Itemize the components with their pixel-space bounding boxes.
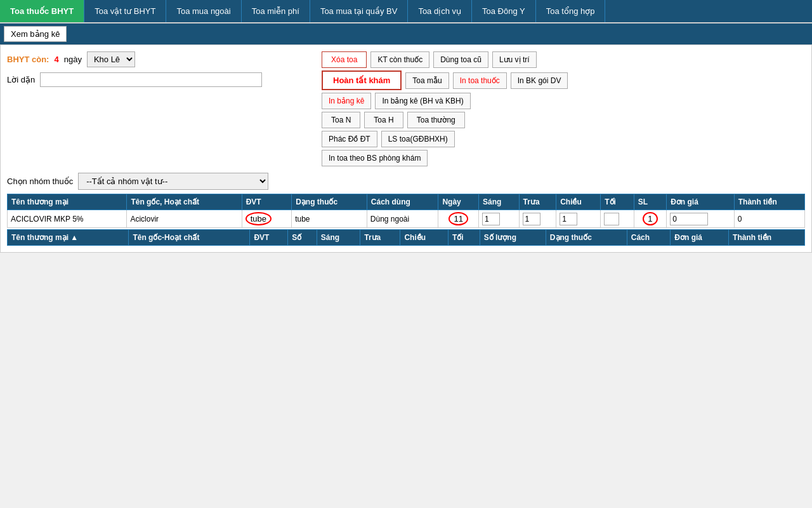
th2-sang: Sáng (317, 230, 360, 246)
tab-toa-tong-hop[interactable]: Toa tổng hợp (536, 0, 606, 22)
th-dvt: ĐVT (242, 194, 292, 210)
tab-toa-mua-ngoai[interactable]: Toa mua ngoài (166, 0, 241, 22)
th2-ten-thuong-mai: Tên thương mại ▲ (8, 230, 129, 246)
cell-don-gia[interactable] (667, 210, 735, 228)
bhyt-days: 4 (54, 55, 58, 64)
second-row: Xem bảng kê (0, 23, 812, 44)
chon-nhom-label: Chọn nhóm thuốc (7, 177, 73, 186)
th-sl: SL (634, 194, 666, 210)
tab-toa-mien-phi[interactable]: Toa miễn phí (242, 0, 310, 22)
luu-vi-tri-button[interactable]: Lưu vị trí (492, 51, 537, 68)
toa-mau-button[interactable]: Toa mẫu (405, 72, 449, 89)
loi-dan-label: Lời dặn (7, 75, 35, 84)
cell-ngay[interactable]: 11 (438, 210, 479, 228)
th-ten-goc: Tên gốc, Hoạt chất (127, 194, 242, 210)
th2-chieu: Chiều (400, 230, 449, 246)
th-toi: Tối (601, 194, 634, 210)
sang-input[interactable] (482, 213, 500, 225)
main-content: BHYT còn: 4 ngày Kho Lê Lời dặn Xóa toa … (0, 44, 812, 253)
th2-dvt: ĐVT (250, 230, 288, 246)
in-bang-ke-button[interactable]: In bảng kê (322, 93, 371, 109)
th-sang: Sáng (478, 194, 519, 210)
tab-toa-mua-quay-bv[interactable]: Toa mua tại quầy BV (310, 0, 409, 22)
th-cach-dung: Cách dùng (367, 194, 438, 210)
toa-n-button[interactable]: Toa N (322, 112, 360, 128)
chieu-input[interactable] (560, 213, 577, 225)
th-trua: Trưa (519, 194, 556, 210)
dvt-circled: tube (246, 212, 272, 225)
cell-thanh-tien: 0 (734, 210, 804, 228)
xoa-toa-button[interactable]: Xóa toa (322, 51, 367, 68)
th2-dang-thuoc: Dạng thuốc (546, 230, 627, 246)
th2-toi: Tối (449, 230, 480, 246)
xem-bang-ke-button[interactable]: Xem bảng kê (4, 26, 67, 42)
th-don-gia: Đơn giá (667, 194, 735, 210)
in-bk-goi-dv-button[interactable]: In BK gói DV (511, 72, 568, 89)
th-ngay: Ngày (438, 194, 479, 210)
th2-so: Số (288, 230, 317, 246)
tab-toa-vat-tu-bhyt[interactable]: Toa vật tư BHYT (84, 0, 166, 22)
cell-toi[interactable] (601, 210, 634, 228)
trua-input[interactable] (523, 213, 540, 225)
th2-thanh-tien: Thành tiền (729, 230, 805, 246)
toa-h-button[interactable]: Toa H (364, 112, 403, 128)
chon-nhom-select[interactable]: --Tất cả nhóm vật tư-- (78, 173, 268, 190)
bhyt-label: BHYT còn: (7, 55, 49, 64)
kho-select[interactable]: Kho Lê (87, 51, 135, 67)
don-gia-input[interactable] (670, 213, 708, 225)
top-tabs-bar: Toa thuốc BHYT Toa vật tư BHYT Toa mua n… (0, 0, 812, 23)
hoan-tat-kham-button[interactable]: Hoàn tất khám (322, 70, 402, 90)
cell-sang[interactable] (478, 210, 519, 228)
phac-do-dt-button[interactable]: Phác Đồ ĐT (322, 131, 377, 147)
main-table: Tên thương mại Tên gốc, Hoạt chất ĐVT Dạ… (7, 194, 805, 228)
tab-toa-thuoc-bhyt[interactable]: Toa thuốc BHYT (0, 0, 84, 22)
cell-chieu[interactable] (556, 210, 601, 228)
th2-trua: Trưa (360, 230, 400, 246)
cell-dang-thuoc: tube (292, 210, 367, 228)
sl-circled: 1 (643, 212, 657, 225)
cell-ten-goc: Aciclovir (127, 210, 242, 228)
second-table: Tên thương mại ▲ Tên gốc-Hoạt chất ĐVT S… (7, 229, 805, 246)
cell-cach-dung: Dùng ngoài (367, 210, 438, 228)
loi-dan-input[interactable] (40, 72, 262, 87)
dung-toa-cu-button[interactable]: Dùng toa cũ (433, 51, 488, 68)
bhyt-info-row: BHYT còn: 4 ngày Kho Lê (7, 51, 311, 67)
tab-toa-dich-vu[interactable]: Toa dịch vụ (408, 0, 472, 22)
tab-toa-dong-y[interactable]: Toa Đông Y (472, 0, 536, 22)
in-bang-ke-bh-button[interactable]: In bảng kê (BH và KBH) (375, 93, 470, 109)
loi-dan-row: Lời dặn (7, 72, 311, 87)
in-toa-bs-button[interactable]: In toa theo BS phòng khám (322, 150, 428, 166)
cell-sl[interactable]: 1 (634, 210, 666, 228)
th2-don-gia: Đơn giá (671, 230, 729, 246)
th-chieu: Chiều (556, 194, 601, 210)
th-thanh-tien: Thành tiền (734, 194, 804, 210)
cell-dvt: tube (242, 210, 292, 228)
cell-ten-thuong-mai: ACICLOVIR MKP 5% (8, 210, 127, 228)
chon-nhom-section: Chọn nhóm thuốc --Tất cả nhóm vật tư-- (7, 173, 805, 190)
th-ten-thuong-mai: Tên thương mại (8, 194, 127, 210)
toi-input[interactable] (604, 213, 619, 225)
kt-con-thuoc-button[interactable]: KT còn thuốc (370, 51, 429, 68)
th2-ten-goc: Tên gốc-Hoạt chất (129, 230, 250, 246)
th2-cach: Cách (627, 230, 671, 246)
toa-thuong-button[interactable]: Toa thường (407, 112, 465, 128)
bhyt-unit: ngày (64, 55, 82, 64)
table-row: ACICLOVIR MKP 5% Aciclovir tube tube Dùn… (8, 210, 805, 228)
th2-so-luong: Số lượng (480, 230, 546, 246)
ls-toa-button[interactable]: LS toa(GĐBHXH) (381, 131, 455, 147)
in-toa-thuoc-button[interactable]: In toa thuốc (453, 72, 507, 89)
ngay-circled: 11 (449, 212, 468, 225)
th-dang-thuoc: Dạng thuốc (292, 194, 367, 210)
cell-trua[interactable] (519, 210, 556, 228)
